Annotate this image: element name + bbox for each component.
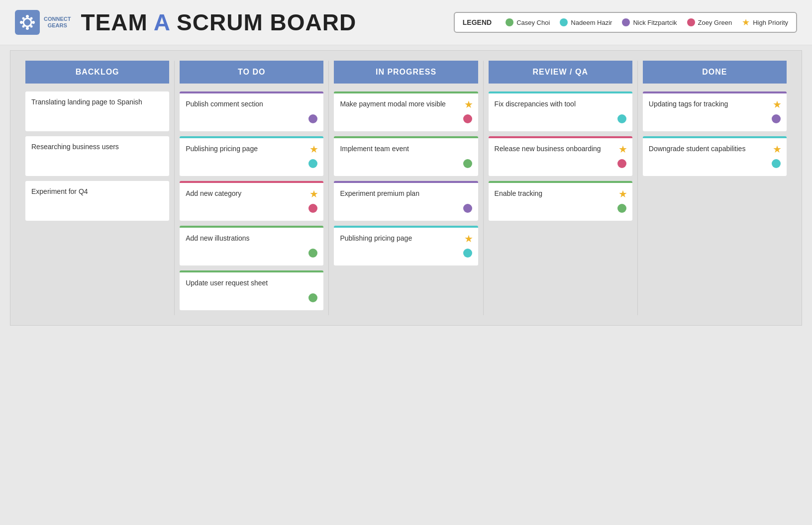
column-inprogress: IN PROGRESS★Make payment modal more visi… [329,61,483,315]
card-title: Publishing pricing page [340,234,472,244]
card-todo-2[interactable]: ★Add new category [180,181,323,221]
card-inprogress-3[interactable]: ★Publishing pricing page [334,226,478,265]
board-title: TEAM A SCRUM BOARD [81,9,356,36]
card-review-1[interactable]: ★Release new business onboarding [489,136,632,176]
card-todo-0[interactable]: Publish comment section [180,91,323,131]
zoey-dot [687,18,695,26]
nadeem-label: Nadeem Hazir [571,19,612,26]
card-footer [186,114,317,123]
header: CONNECT GEARS TEAM A SCRUM BOARD LEGEND … [0,0,812,45]
casey-dot [506,18,513,26]
assignee-dot [308,249,317,258]
legend-item-casey: Casey Choi [506,18,550,26]
legend-item-zoey: Zoey Green [687,18,732,26]
assignee-dot [308,204,317,213]
high-priority-star-icon: ★ [464,233,473,245]
assignee-dot [463,114,472,123]
logo-icon [15,10,40,35]
assignee-dot [463,204,472,213]
card-title: Fix discrepancies with tool [495,99,626,109]
scrum-board: BACKLOGTranslating landing page to Spani… [10,50,802,326]
card-todo-3[interactable]: Add new illustrations [180,226,323,265]
card-done-0[interactable]: ★Updating tags for tracking [643,91,787,131]
legend-item-high-priority: ★ High Priority [742,17,788,28]
assignee-dot [772,159,781,168]
zoey-label: Zoey Green [698,19,732,26]
card-footer [340,159,472,168]
svg-point-2 [26,15,29,18]
high-priority-star-icon: ★ [773,98,782,110]
assignee-dot [617,114,626,123]
card-title: Translating landing page to Spanish [31,97,163,107]
column-todo: TO DOPublish comment section★Publishing … [175,61,329,315]
card-footer [495,114,626,123]
assignee-dot [617,159,626,168]
legend-item-nadeem: Nadeem Hazir [560,18,612,26]
nadeem-dot [560,18,568,26]
svg-point-9 [30,25,33,28]
priority-label: High Priority [753,19,788,26]
card-inprogress-1[interactable]: Implement team event [334,136,478,176]
high-priority-star-icon: ★ [309,188,318,200]
card-inprogress-0[interactable]: ★Make payment modal more visible [334,91,478,131]
card-backlog-1[interactable]: Researching business users [25,136,169,176]
card-title: Update user request sheet [186,278,317,288]
high-priority-star-icon: ★ [464,98,473,110]
card-footer [495,204,626,213]
card-title: Downgrade student capabilities [649,144,781,154]
assignee-dot [617,204,626,213]
svg-point-6 [22,17,25,20]
card-title: Publish comment section [186,99,317,109]
high-priority-star-icon: ★ [309,143,318,155]
column-review: REVIEW / QAFix discrepancies with tool★R… [484,61,638,315]
card-title: Publishing pricing page [186,144,317,154]
column-header-backlog: BACKLOG [25,61,169,84]
legend-item-nick: Nick Fitzpartcik [622,18,677,26]
card-title: Implement team event [340,144,472,154]
nick-dot [622,18,630,26]
high-priority-star-icon: ★ [773,143,782,155]
card-footer [649,159,781,168]
card-todo-4[interactable]: Update user request sheet [180,270,323,310]
assignee-dot [308,293,317,302]
card-title: Experiment for Q4 [31,187,163,197]
card-inprogress-2[interactable]: Experiment premium plan [334,181,478,221]
nick-label: Nick Fitzpartcik [633,19,677,26]
high-priority-star-icon: ★ [618,188,627,200]
card-footer [186,249,317,258]
assignee-dot [463,159,472,168]
casey-label: Casey Choi [516,19,550,26]
card-review-0[interactable]: Fix discrepancies with tool [489,91,632,131]
card-footer [186,293,317,302]
legend-title: LEGEND [463,18,492,26]
card-footer [340,249,472,258]
svg-rect-0 [15,10,40,35]
card-footer [340,114,472,123]
assignee-dot [308,159,317,168]
card-title: Updating tags for tracking [649,99,781,109]
svg-point-5 [32,21,35,24]
svg-point-3 [26,27,29,30]
card-title: Make payment modal more visible [340,99,472,109]
card-todo-1[interactable]: ★Publishing pricing page [180,136,323,176]
legend: LEGEND Casey Choi Nadeem Hazir Nick Fitz… [454,12,797,33]
card-title: Experiment premium plan [340,189,472,199]
card-done-1[interactable]: ★Downgrade student capabilities [643,136,787,176]
column-backlog: BACKLOGTranslating landing page to Spani… [20,61,175,315]
assignee-dot [308,114,317,123]
column-done: DONE★Updating tags for tracking★Downgrad… [638,61,792,315]
logo-text: CONNECT GEARS [44,16,71,29]
card-review-2[interactable]: ★Enable tracking [489,181,632,221]
card-title: Release new business onboarding [495,144,626,154]
column-header-review: REVIEW / QA [489,61,632,84]
card-footer [649,114,781,123]
card-title: Add new category [186,189,317,199]
card-footer [186,159,317,168]
card-backlog-2[interactable]: Experiment for Q4 [25,181,169,221]
svg-point-8 [22,25,25,28]
column-header-todo: TO DO [180,61,323,84]
priority-star-icon: ★ [742,17,750,28]
column-header-inprogress: IN PROGRESS [334,61,478,84]
card-backlog-0[interactable]: Translating landing page to Spanish [25,91,169,131]
svg-point-4 [20,21,23,24]
